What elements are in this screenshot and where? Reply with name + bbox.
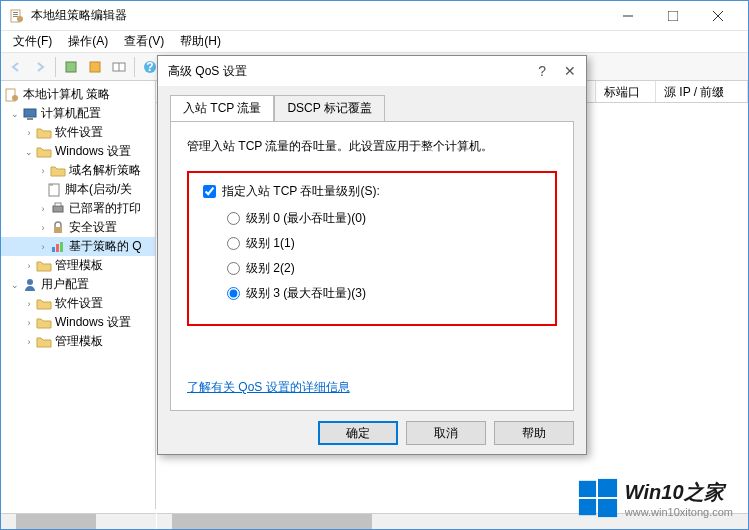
dialog-desc: 管理入站 TCP 流量的吞吐量。此设置应用于整个计算机。 xyxy=(187,138,557,155)
tab-dscp[interactable]: DSCP 标记覆盖 xyxy=(274,95,384,122)
expand-icon[interactable]: › xyxy=(37,242,49,252)
level-0-radio[interactable] xyxy=(227,212,240,225)
tree-admin1[interactable]: › 管理模板 xyxy=(1,256,155,275)
expand-icon[interactable]: › xyxy=(23,299,35,309)
level-1-radio[interactable] xyxy=(227,237,240,250)
tree-dns[interactable]: › 域名解析策略 xyxy=(1,161,155,180)
collapse-icon[interactable]: ⌄ xyxy=(9,109,21,119)
expand-icon[interactable]: › xyxy=(37,223,49,233)
level-0-label: 级别 0 (最小吞吐量)(0) xyxy=(246,210,366,227)
folder-icon xyxy=(35,125,53,141)
svg-rect-18 xyxy=(27,118,33,120)
level-1-label: 级别 1(1) xyxy=(246,235,295,252)
tree-software2[interactable]: › 软件设置 xyxy=(1,294,155,313)
col-source-ip[interactable]: 源 IP / 前缀 xyxy=(656,81,748,102)
close-button[interactable] xyxy=(695,1,740,30)
dialog-title: 高级 QoS 设置 xyxy=(168,63,538,80)
tree-user-config[interactable]: ⌄ 用户配置 xyxy=(1,275,155,294)
menubar: 文件(F) 操作(A) 查看(V) 帮助(H) xyxy=(1,31,748,53)
svg-rect-17 xyxy=(24,109,36,117)
specify-level-label: 指定入站 TCP 吞吐量级别(S): xyxy=(222,183,380,200)
tree-panel: 本地计算机 策略 ⌄ 计算机配置 › 软件设置 ⌄ Windows 设置 xyxy=(1,81,156,509)
dialog-help-btn[interactable]: 帮助 xyxy=(494,421,574,445)
svg-rect-3 xyxy=(13,16,18,17)
tree-root[interactable]: 本地计算机 策略 xyxy=(1,85,155,104)
menu-action[interactable]: 操作(A) xyxy=(60,31,116,52)
svg-rect-25 xyxy=(60,242,63,252)
tool-btn-3[interactable] xyxy=(108,56,130,78)
svg-rect-30 xyxy=(598,499,617,517)
collapse-icon[interactable]: ⌄ xyxy=(23,147,35,157)
tree-windows2[interactable]: › Windows 设置 xyxy=(1,313,155,332)
tool-btn-1[interactable] xyxy=(60,56,82,78)
tree-admin2[interactable]: › 管理模板 xyxy=(1,332,155,351)
qos-dialog: 高级 QoS 设置 ? ✕ 入站 TCP 流量 DSCP 标记覆盖 管理入站 T… xyxy=(157,55,587,455)
tree-security[interactable]: › 安全设置 xyxy=(1,218,155,237)
folder-icon xyxy=(35,144,53,160)
highlight-box: 指定入站 TCP 吞吐量级别(S): 级别 0 (最小吞吐量)(0) 级别 1(… xyxy=(187,171,557,326)
col-port[interactable]: 标端口 xyxy=(596,81,656,102)
collapse-icon[interactable]: ⌄ xyxy=(9,280,21,290)
menu-view[interactable]: 查看(V) xyxy=(116,31,172,52)
watermark-title: Win10之家 xyxy=(625,479,733,506)
svg-rect-28 xyxy=(598,479,617,497)
svg-rect-20 xyxy=(53,206,63,212)
window-title: 本地组策略编辑器 xyxy=(31,7,605,24)
user-icon xyxy=(21,277,39,293)
svg-rect-27 xyxy=(579,481,596,497)
tree-windows-settings[interactable]: ⌄ Windows 设置 xyxy=(1,142,155,161)
svg-rect-2 xyxy=(13,14,18,15)
tree-qos[interactable]: › 基于策略的 Q xyxy=(1,237,155,256)
svg-rect-22 xyxy=(54,227,62,233)
learn-more-link[interactable]: 了解有关 QoS 设置的详细信息 xyxy=(187,379,350,396)
svg-rect-19 xyxy=(49,184,59,196)
maximize-button[interactable] xyxy=(650,1,695,30)
level-3-radio[interactable] xyxy=(227,287,240,300)
printer-icon xyxy=(49,201,67,217)
menu-file[interactable]: 文件(F) xyxy=(5,31,60,52)
menu-help[interactable]: 帮助(H) xyxy=(172,31,229,52)
windows-logo-icon xyxy=(577,477,619,519)
svg-rect-10 xyxy=(90,62,100,72)
folder-icon xyxy=(49,163,67,179)
expand-icon[interactable]: › xyxy=(23,318,35,328)
chart-icon xyxy=(49,239,67,255)
svg-rect-1 xyxy=(13,12,18,13)
dialog-help-button[interactable]: ? xyxy=(538,63,546,79)
ok-button[interactable]: 确定 xyxy=(318,421,398,445)
dialog-close-button[interactable]: ✕ xyxy=(564,63,576,79)
tree-scrollbar[interactable] xyxy=(1,513,156,529)
minimize-button[interactable] xyxy=(605,1,650,30)
level-3-label: 级别 3 (最大吞吐量)(3) xyxy=(246,285,366,302)
tool-btn-2[interactable] xyxy=(84,56,106,78)
expand-icon[interactable]: › xyxy=(23,261,35,271)
titlebar: 本地组策略编辑器 xyxy=(1,1,748,31)
back-button[interactable] xyxy=(5,56,27,78)
folder-icon xyxy=(35,315,53,331)
tree-script[interactable]: 脚本(启动/关 xyxy=(1,180,155,199)
svg-point-4 xyxy=(17,16,23,22)
cancel-button[interactable]: 取消 xyxy=(406,421,486,445)
tree-computer-config[interactable]: ⌄ 计算机配置 xyxy=(1,104,155,123)
level-2-radio[interactable] xyxy=(227,262,240,275)
svg-rect-29 xyxy=(579,499,596,515)
watermark-url: www.win10xitong.com xyxy=(625,506,733,518)
tree-printer[interactable]: › 已部署的打印 xyxy=(1,199,155,218)
svg-rect-23 xyxy=(52,247,55,252)
svg-text:?: ? xyxy=(146,60,153,74)
folder-icon xyxy=(35,334,53,350)
expand-icon[interactable]: › xyxy=(23,337,35,347)
specify-level-checkbox[interactable] xyxy=(203,185,216,198)
tree-software1[interactable]: › 软件设置 xyxy=(1,123,155,142)
svg-rect-21 xyxy=(55,203,61,206)
expand-icon[interactable]: › xyxy=(37,166,49,176)
svg-rect-9 xyxy=(66,62,76,72)
expand-icon[interactable]: › xyxy=(37,204,49,214)
svg-point-26 xyxy=(27,279,33,285)
svg-rect-6 xyxy=(668,11,678,21)
tab-inbound-tcp[interactable]: 入站 TCP 流量 xyxy=(170,95,274,122)
watermark: Win10之家 www.win10xitong.com xyxy=(577,477,733,519)
folder-icon xyxy=(35,296,53,312)
forward-button[interactable] xyxy=(29,56,51,78)
expand-icon[interactable]: › xyxy=(23,128,35,138)
